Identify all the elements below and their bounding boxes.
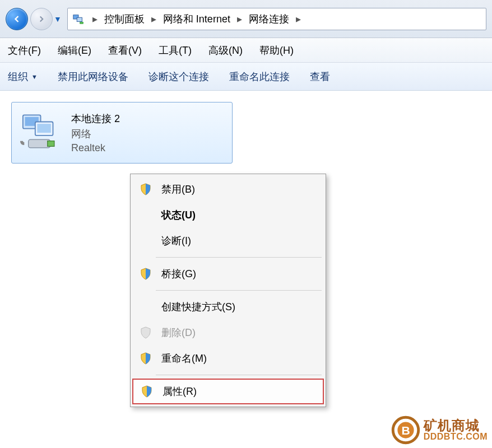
toolbar-diagnose[interactable]: 诊断这个连接 (148, 70, 209, 83)
menu-advanced[interactable]: 高级(N) (208, 44, 243, 57)
connection-info: 本地连接 2 网络 Realtek (71, 112, 120, 154)
toolbar-disable-device[interactable]: 禁用此网络设备 (58, 70, 128, 83)
breadcrumb-control-panel[interactable]: 控制面板 (104, 12, 145, 26)
toolbar-organize[interactable]: 组织 ▼ (8, 70, 38, 83)
ctx-status[interactable]: 状态(U) (132, 202, 324, 228)
separator (156, 375, 322, 375)
chevron-right-icon: ▸ (296, 13, 301, 25)
ctx-create-shortcut[interactable]: 创建快捷方式(S) (132, 294, 324, 320)
svg-rect-8 (48, 141, 54, 147)
ctx-rename-label: 重命名(M) (161, 352, 207, 365)
watermark-url: DDDBTC.COM (424, 432, 488, 442)
chevron-down-icon: ▼ (31, 73, 38, 80)
network-adapter-icon (20, 110, 64, 155)
breadcrumb-bar[interactable]: ▸ 控制面板 ▸ 网络和 Internet ▸ 网络连接 ▸ (67, 8, 486, 30)
ctx-bridge-label: 桥接(G) (161, 267, 196, 281)
ctx-disable-label: 禁用(B) (161, 183, 195, 196)
toolbar-view[interactable]: 查看 (310, 70, 330, 83)
chevron-right-icon: ▸ (151, 13, 156, 25)
ctx-properties-label: 属性(R) (163, 385, 197, 398)
menu-help[interactable]: 帮助(H) (259, 44, 294, 57)
svg-rect-6 (37, 124, 50, 133)
command-toolbar: 组织 ▼ 禁用此网络设备 诊断这个连接 重命名此连接 查看 (0, 63, 492, 91)
nav-history-dropdown-icon[interactable]: ▼ (54, 15, 62, 24)
menubar: 文件(F) 编辑(E) 查看(V) 工具(T) 高级(N) 帮助(H) (0, 38, 492, 63)
connection-network: 网络 (71, 127, 120, 141)
shield-disabled-icon (138, 326, 154, 339)
ctx-delete: 删除(D) (132, 320, 324, 346)
connection-title: 本地连接 2 (71, 112, 120, 125)
ctx-delete-label: 删除(D) (161, 326, 196, 339)
watermark-title: 矿机商城 (424, 418, 488, 432)
breadcrumb-network-connections[interactable]: 网络连接 (249, 12, 289, 26)
ctx-diagnose[interactable]: 诊断(I) (132, 228, 324, 254)
ctx-status-label: 状态(U) (161, 208, 196, 222)
context-menu: 禁用(B) 状态(U) 诊断(I) 桥接(G) 创建快捷方式(S) 删除(D) … (130, 174, 326, 407)
menu-edit[interactable]: 编辑(E) (58, 44, 91, 57)
shield-icon (138, 352, 154, 365)
svg-text:B: B (401, 424, 410, 437)
chevron-right-icon: ▸ (92, 13, 98, 25)
svg-rect-7 (29, 139, 50, 148)
breadcrumb-network-internet[interactable]: 网络和 Internet (163, 12, 230, 26)
ctx-bridge[interactable]: 桥接(G) (132, 261, 324, 287)
svg-rect-1 (77, 17, 82, 21)
toolbar-organize-label: 组织 (8, 70, 28, 83)
network-connections-icon (72, 13, 85, 25)
ctx-shortcut-label: 创建快捷方式(S) (161, 300, 235, 314)
menu-tools[interactable]: 工具(T) (159, 44, 192, 57)
menu-file[interactable]: 文件(F) (8, 44, 41, 57)
watermark: B 矿机商城 DDDBTC.COM (391, 416, 488, 445)
shield-icon (138, 267, 154, 281)
menu-view[interactable]: 查看(V) (108, 44, 142, 57)
ctx-rename[interactable]: 重命名(M) (132, 346, 324, 371)
address-toolbar: ▼ ▸ 控制面板 ▸ 网络和 Internet ▸ 网络连接 ▸ (0, 0, 492, 38)
chevron-right-icon: ▸ (237, 13, 242, 25)
separator (156, 290, 322, 291)
svg-rect-2 (80, 22, 83, 24)
connection-adapter: Realtek (71, 142, 120, 154)
shield-icon (138, 183, 154, 196)
ctx-disable[interactable]: 禁用(B) (132, 176, 324, 202)
back-button[interactable] (6, 8, 28, 30)
toolbar-rename[interactable]: 重命名此连接 (229, 70, 290, 83)
forward-button[interactable] (30, 8, 53, 30)
separator (156, 257, 322, 258)
shield-icon (139, 385, 155, 398)
ctx-diagnose-label: 诊断(I) (161, 234, 191, 248)
ctx-properties[interactable]: 属性(R) (132, 379, 324, 404)
connection-item[interactable]: 本地连接 2 网络 Realtek (11, 102, 233, 164)
bitcoin-icon: B (391, 416, 420, 445)
